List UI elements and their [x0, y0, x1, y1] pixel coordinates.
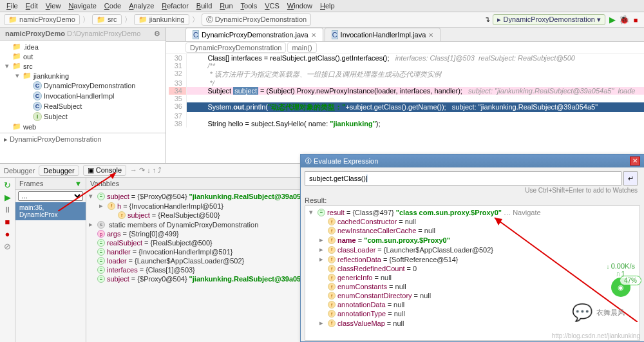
breadcrumb-item[interactable]: 📁 namicProxyDemo: [4, 14, 80, 25]
run-icon[interactable]: ▶: [608, 15, 617, 24]
progress-badge: 47%: [620, 276, 641, 285]
project-node[interactable]: CDynamicProxyDemonstration: [0, 81, 166, 91]
editor-tabs: CDynamicProxyDemonstration.java✕CInvocat…: [166, 28, 644, 42]
run-prev-icon[interactable]: ↴: [484, 15, 490, 24]
menu-run[interactable]: Run: [220, 2, 232, 10]
breadcrumb: 📁 namicProxyDemo〉📁 src〉📁 jiankunking〉Ⓒ D…: [4, 14, 484, 26]
editor-tab[interactable]: CInvocationHandlerImpl.java✕: [325, 28, 441, 41]
stop-icon[interactable]: ■: [631, 15, 640, 24]
project-node[interactable]: 📁out: [0, 52, 166, 61]
thread-select[interactable]: …: [18, 191, 83, 201]
menu-analyze[interactable]: Analyze: [129, 2, 154, 10]
variable-row[interactable]: f cachedConstructor = null: [307, 217, 638, 226]
close-tab-icon[interactable]: ✕: [311, 32, 316, 39]
url-watermark: http://blog.csdn.net/jiankunking: [552, 332, 640, 339]
expression-input[interactable]: subject.getClass()|: [305, 171, 621, 185]
variable-row[interactable]: ▸f classLoader = {Launcher$AppClassLoade…: [307, 245, 638, 254]
code-area[interactable]: 30 Class[] interfaces = realSubject.getC…: [166, 54, 644, 128]
close-icon[interactable]: ✕: [630, 157, 640, 166]
editor: CDynamicProxyDemonstration.java✕CInvocat…: [166, 28, 644, 163]
variable-row[interactable]: ▸f reflectionData = {SoftReference@514}: [307, 254, 638, 264]
frames-filter-icon[interactable]: ▼: [75, 180, 82, 187]
project-node[interactable]: 📁.idea: [0, 42, 166, 52]
variable-row[interactable]: f newInstanceCallerCache = null: [307, 226, 638, 235]
dialog-title-bar[interactable]: 🛈 Evaluate Expression ✕: [301, 155, 644, 167]
frames-panel: Frames▼ … main:36, DynamicProx: [15, 178, 86, 342]
menu-navigate[interactable]: Navigate: [68, 2, 96, 10]
menu-help[interactable]: Help: [320, 2, 335, 10]
variable-row[interactable]: f enumConstants = null: [307, 282, 638, 291]
menu-edit[interactable]: Edit: [26, 2, 38, 10]
variable-row[interactable]: ▸f name = "com.sun.proxy.$Proxy0": [307, 235, 638, 245]
project-tool-window: namicProxyDemo D:\DynamicProxyDemo⚙ 📁.id…: [0, 28, 166, 163]
menu-window[interactable]: Window: [287, 2, 312, 10]
stop-icon: ■: [5, 217, 10, 227]
menu-tools[interactable]: Tools: [241, 2, 258, 10]
menu-file[interactable]: File: [6, 2, 18, 10]
nav-toolbar: 📁 namicProxyDemo〉📁 src〉📁 jiankunking〉Ⓒ D…: [0, 12, 644, 28]
debugger-tab[interactable]: Debugger: [39, 166, 79, 176]
variable-row[interactable]: f genericInfo = null: [307, 273, 638, 282]
breakpoints-icon: ●: [5, 229, 10, 239]
variable-row[interactable]: ▾≡ result = {Class@497} "class com.sun.p…: [307, 207, 638, 217]
breadcrumb-item[interactable]: 📁 jiankunking: [134, 14, 189, 25]
project-node[interactable]: ▾📁src: [0, 61, 166, 71]
menu-refactor[interactable]: Refactor: [162, 2, 189, 10]
wechat-icon: 💬: [572, 303, 592, 323]
variable-row[interactable]: f enumConstantDirectory = null: [307, 291, 638, 300]
project-node[interactable]: CRealSubject: [0, 101, 166, 111]
project-node[interactable]: ▾📁jiankunking: [0, 71, 166, 81]
menu-bar: FileEditViewNavigateCodeAnalyzeRefactorB…: [0, 0, 644, 12]
step-tools[interactable]: → ↷ ↓ ↑ ⤴: [130, 166, 162, 175]
evaluate-button[interactable]: ↵: [623, 171, 638, 185]
stack-frame[interactable]: main:36, DynamicProx: [15, 202, 86, 220]
console-tab[interactable]: ▣ Console: [83, 165, 126, 176]
menu-code[interactable]: Code: [104, 2, 121, 10]
hint-text: Use Ctrl+Shift+Enter to add to Watches: [305, 185, 640, 195]
mute-bp-icon: ⊘: [4, 242, 11, 251]
debug-side-controls[interactable]: ↻ ▶ ⏸ ■ ● ⊘: [0, 178, 15, 342]
debug-icon[interactable]: 🐞: [620, 15, 629, 24]
variable-row[interactable]: f classRedefinedCount = 0: [307, 264, 638, 273]
editor-tab[interactable]: CDynamicProxyDemonstration.java✕: [185, 28, 323, 41]
rerun-icon: ↻: [4, 180, 11, 190]
close-tab-icon[interactable]: ✕: [428, 32, 433, 39]
project-node[interactable]: ISubject: [0, 111, 166, 122]
menu-view[interactable]: View: [46, 2, 61, 10]
project-node[interactable]: 📁web: [0, 122, 166, 131]
project-node[interactable]: CInvocationHandlerImpl: [0, 91, 166, 101]
breadcrumb-item[interactable]: 📁 src: [92, 14, 122, 25]
resume-icon: ▶: [5, 193, 11, 202]
run-config-select[interactable]: ▸ DynamicProxyDemonstration ▾: [493, 14, 605, 25]
breadcrumb-item[interactable]: Ⓒ DynamicProxyDemonstration: [202, 14, 312, 26]
pause-icon: ⏸: [3, 205, 12, 214]
menu-build[interactable]: Build: [196, 2, 212, 10]
wechat-watermark: 💬衣舞晨风: [572, 303, 625, 323]
debug-config-tab[interactable]: ▸ DynamicProxyDemonstration: [0, 133, 166, 146]
menu-vcs[interactable]: VCS: [265, 2, 279, 10]
project-settings-icon[interactable]: ⚙: [154, 30, 160, 38]
editor-breadcrumb: DynamicProxyDemonstrationmain(): [166, 42, 644, 54]
result-label: Result:: [305, 195, 640, 205]
